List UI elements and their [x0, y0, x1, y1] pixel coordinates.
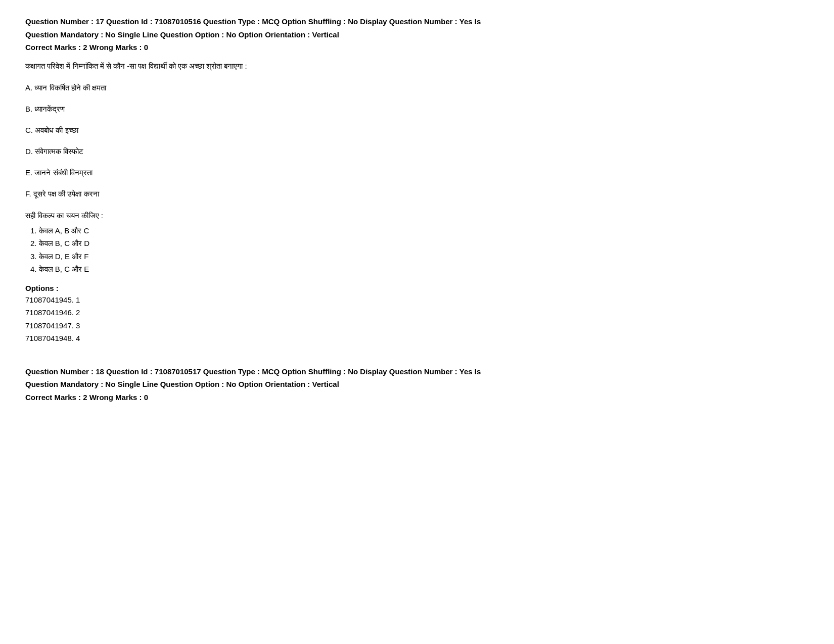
q17-select-instruction: सही विकल्प का चयन कीजिए : [25, 211, 809, 220]
q18-meta-line1: Question Number : 18 Question Id : 71087… [25, 365, 809, 378]
q17-meta-line3: Correct Marks : 2 Wrong Marks : 0 [25, 41, 809, 54]
q17-num-1: 1. केवल A, B और C [30, 224, 809, 237]
q17-options-label: Options : [25, 284, 809, 292]
q17-opt2: 71087041946. 2 [25, 306, 809, 319]
q17-numbered-options: 1. केवल A, B और C 2. केवल B, C और D 3. क… [30, 224, 809, 276]
q17-question-text: कक्षागत परिवेश में निम्नांकित में से कौन… [25, 59, 809, 73]
q18-meta-line2: Question Mandatory : No Single Line Ques… [25, 378, 809, 391]
q17-opt4: 71087041948. 4 [25, 332, 809, 345]
q17-option-d: D. संवेगात्मक विस्फोट [25, 145, 809, 158]
q17-num-3: 3. केवल D, E और F [30, 250, 809, 263]
q17-option-c: C. अवबोध की इच्छा [25, 124, 809, 136]
q18-meta-line3: Correct Marks : 2 Wrong Marks : 0 [25, 391, 809, 404]
q17-meta-line1: Question Number : 17 Question Id : 71087… [25, 15, 809, 28]
q17-option-a: A. ध्यान विकर्षित होने की क्षमता [25, 82, 809, 94]
q17-opt3: 71087041947. 3 [25, 319, 809, 332]
q17-option-b: B. ध्यानकेंद्रण [25, 103, 809, 115]
q17-options-list: 71087041945. 1 71087041946. 2 7108704194… [25, 293, 809, 345]
question-18-block: Question Number : 18 Question Id : 71087… [25, 365, 809, 404]
q17-num-2: 2. केवल B, C और D [30, 237, 809, 250]
q17-num-4: 4. केवल B, C और E [30, 263, 809, 276]
q17-option-f: F. दूसरे पक्ष की उपेक्षा करना [25, 188, 809, 200]
q17-opt1: 71087041945. 1 [25, 293, 809, 307]
q17-option-e: E. जानने संबंधी विनम्रता [25, 167, 809, 179]
question-17-block: Question Number : 17 Question Id : 71087… [25, 15, 809, 345]
q17-meta-line2: Question Mandatory : No Single Line Ques… [25, 28, 809, 41]
